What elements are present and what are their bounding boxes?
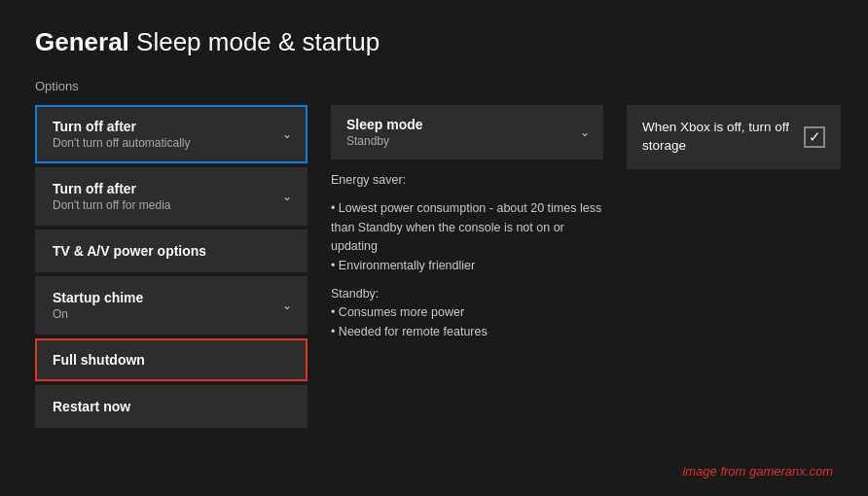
option-label: Startup chime xyxy=(53,290,290,305)
left-column: Turn off after Don't turn off automatica… xyxy=(35,105,307,428)
settings-page: General Sleep mode & startup Options Tur… xyxy=(0,0,868,496)
option-full-shutdown[interactable]: Full shutdown xyxy=(35,338,307,381)
storage-checkbox[interactable]: ✓ xyxy=(804,126,825,148)
option-startup-chime[interactable]: Startup chime On ⌄ xyxy=(35,276,307,335)
option-turn-off-after-auto[interactable]: Turn off after Don't turn off automatica… xyxy=(35,105,307,163)
option-label: Turn off after xyxy=(53,181,290,196)
energy-saver-heading: Energy saver: xyxy=(331,171,603,190)
option-label: Turn off after xyxy=(53,119,290,134)
options-section-label: Options xyxy=(35,79,833,93)
option-label: Full shutdown xyxy=(53,352,290,368)
sleep-mode-label: Sleep mode xyxy=(346,117,588,132)
page-title: General Sleep mode & startup xyxy=(35,27,833,57)
watermark: image from gameranx.com xyxy=(682,464,833,478)
chevron-down-icon: ⌄ xyxy=(282,127,292,141)
option-value: Don't turn off automatically xyxy=(53,136,290,150)
option-label: TV & A/V power options xyxy=(53,243,290,259)
option-turn-off-after-media[interactable]: Turn off after Don't turn off for media … xyxy=(35,167,307,226)
option-tv-av-power[interactable]: TV & A/V power options xyxy=(35,230,307,272)
sleep-mode-value: Standby xyxy=(346,134,588,148)
sleep-description: Energy saver: • Lowest power consumption… xyxy=(331,171,603,341)
option-label: Restart now xyxy=(53,399,290,414)
option-restart-now[interactable]: Restart now xyxy=(35,385,307,428)
standby-heading: Standby:• Consumes more power• Needed fo… xyxy=(331,285,603,341)
option-value: On xyxy=(53,307,290,321)
option-value: Don't turn off for media xyxy=(53,198,290,212)
energy-saver-detail: • Lowest power consumption - about 20 ti… xyxy=(331,199,603,275)
chevron-down-icon: ⌄ xyxy=(580,125,590,139)
middle-column: Sleep mode Standby ⌄ Energy saver: • Low… xyxy=(331,105,603,341)
content-area: Turn off after Don't turn off automatica… xyxy=(35,105,833,428)
sleep-mode-dropdown[interactable]: Sleep mode Standby ⌄ xyxy=(331,105,603,159)
storage-option[interactable]: When Xbox is off, turn off storage ✓ xyxy=(627,105,841,169)
chevron-down-icon: ⌄ xyxy=(282,190,292,203)
chevron-down-icon: ⌄ xyxy=(282,299,292,312)
checkmark-icon: ✓ xyxy=(809,129,821,144)
right-column: When Xbox is off, turn off storage ✓ xyxy=(627,105,841,169)
storage-label: When Xbox is off, turn off storage xyxy=(642,119,794,156)
